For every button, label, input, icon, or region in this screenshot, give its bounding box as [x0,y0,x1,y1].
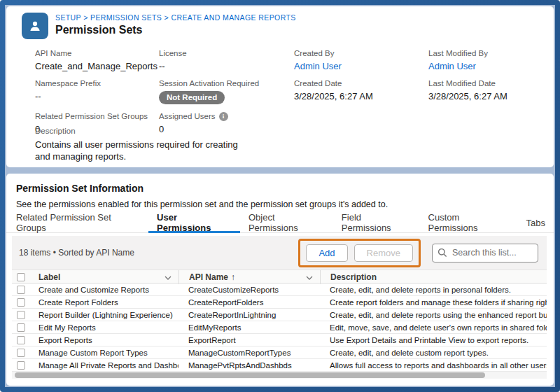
row-checkbox[interactable] [17,349,25,357]
list-summary: 18 items • Sorted by API Name [19,248,134,258]
tab-related-permission-set-groups[interactable]: Related Permission Set Groups [8,214,148,233]
list-view: 18 items • Sorted by API Name Add Remove [12,236,547,379]
table-row: Manage All Private Reports and Dashboard… [12,359,547,372]
column-header-text: API Name [189,272,228,282]
row-checkbox[interactable] [17,298,25,307]
tab-strip: Related Permission Set Groups User Permi… [6,214,554,233]
cell-api-name: ManageCustomReportTypes [178,349,320,357]
horizontal-scrollbar [12,372,547,379]
table-row: Create and Customize Reports CreateCusto… [12,284,547,296]
app-canvas: SETUP > PERMISSION SETS > CREATE AND MAN… [5,5,555,387]
field-value: 3/28/2025, 6:27 AM [294,91,428,102]
field-created-by: Created By Admin User [294,49,428,75]
permission-set-information-card: Permission Set Information See the permi… [6,174,554,386]
column-header-label[interactable]: Label [30,270,178,284]
field-value: -- [35,91,159,102]
page-title: Permission Sets [55,24,143,36]
field-label: Session Activation Required [159,79,294,88]
search-icon [438,248,447,260]
add-button[interactable]: Add [306,244,347,262]
breadcrumb[interactable]: SETUP > PERMISSION SETS > CREATE AND MAN… [55,13,296,22]
field-label: Last Modified Date [428,79,548,88]
cell-api-name: CreateReportFolders [178,298,320,307]
not-required-badge: Not Required [159,91,225,104]
cell-label: Export Reports [30,336,178,344]
cell-description: Create report folders and manage these f… [320,298,547,307]
row-checkbox[interactable] [17,361,25,370]
remove-button[interactable]: Remove [354,244,413,262]
cell-description: Create, edit, and delete reports in pers… [320,286,547,294]
cell-api-name: ManagePvtRptsAndDashbds [178,361,320,370]
field-label: Created Date [294,79,428,88]
cell-label: Create and Customize Reports [30,286,178,294]
field-value: 3/28/2025, 6:27 AM [428,91,548,102]
cell-label: Manage Custom Report Types [30,349,178,357]
cell-description: Allows full access to reports and dashbo… [320,361,547,370]
table-row: Edit My Reports EditMyReports Edit, move… [12,321,547,334]
record-header-card: SETUP > PERMISSION SETS > CREATE AND MAN… [6,6,554,167]
table-row: Export Reports ExportReport Use Export D… [12,334,547,346]
table-row: Create Report Folders CreateReportFolder… [12,296,547,309]
cell-label: Report Builder (Lightning Experience) [30,311,178,319]
last-modified-by-link[interactable]: Admin User [428,61,548,71]
cell-description: Create, edit, and delete reports using t… [320,311,547,319]
row-checkbox[interactable] [17,323,25,332]
field-label: Created By [294,49,428,58]
tab-custom-permissions[interactable]: Custom Permissions [420,214,518,233]
cell-api-name: ExportReport [178,336,320,344]
column-header-api-name[interactable]: API Name ↑ [178,270,320,284]
field-label: API Name [35,49,159,58]
column-header-description[interactable]: Description [320,270,547,284]
section-subtitle: See the permissions enabled for this per… [16,200,388,209]
field-value: Create_and_Manage_Reports [35,61,159,71]
row-checkbox[interactable] [17,336,25,344]
field-label: License [159,49,294,58]
table-row: Report Builder (Lightning Experience) Cr… [12,309,547,321]
field-last-modified-by: Last Modified By Admin User [428,49,548,75]
cell-api-name: CreateReportInLightning [178,311,320,319]
column-header-text: Description [330,272,377,282]
row-checkbox[interactable] [17,311,25,319]
info-icon[interactable]: i [219,112,228,121]
permission-set-icon [22,13,48,39]
cell-description: Create, edit, and delete custom report t… [320,349,547,357]
cell-description: Edit, move, save, and delete user's own … [320,323,547,332]
chevron-down-icon[interactable] [164,272,172,282]
tab-object-permissions[interactable]: Object Permissions [240,214,333,233]
cell-label: Create Report Folders [30,298,178,307]
field-value: Contains all user permissions required f… [35,139,245,162]
field-label: Namespace Prefix [35,79,159,88]
field-last-modified-date: Last Modified Date 3/28/2025, 6:27 AM [428,79,548,108]
tab-tabs[interactable]: Tabs [518,214,554,233]
select-all-checkbox[interactable] [17,273,25,281]
annotation-highlight-box: Add Remove [298,239,421,267]
field-created-date: Created Date 3/28/2025, 6:27 AM [294,79,428,108]
field-session-activation: Session Activation Required Not Required [159,79,294,108]
chevron-down-icon[interactable] [306,272,313,282]
screenshot-frame: SETUP > PERMISSION SETS > CREATE AND MAN… [0,0,560,392]
cell-description: Use Export Details and Printable View to… [320,336,547,344]
search-input[interactable] [432,244,538,262]
field-label: Description [35,127,245,136]
column-header-text: Label [38,272,60,282]
tab-field-permissions[interactable]: Field Permissions [333,214,420,233]
tab-user-permissions[interactable]: User Permissions [148,214,240,233]
field-api-name: API Name Create_and_Manage_Reports [35,49,159,75]
table-row: Manage Custom Report Types ManageCustomR… [12,346,547,359]
field-label: Last Modified By [428,49,548,58]
sort-ascending-icon: ↑ [231,272,235,282]
row-checkbox[interactable] [17,286,25,294]
section-title: Permission Set Information [16,183,144,194]
field-license: License -- [159,49,294,75]
list-toolbar: 18 items • Sorted by API Name Add Remove [12,236,547,270]
cell-api-name: EditMyReports [178,323,320,332]
field-description: Description Contains all user permission… [35,127,245,166]
cell-api-name: CreateCustomizeReports [178,286,320,294]
scrollbar-thumb[interactable] [15,372,485,378]
created-by-link[interactable]: Admin User [294,61,428,71]
field-namespace-prefix: Namespace Prefix -- [35,79,159,108]
search-box [432,244,538,262]
cell-label: Manage All Private Reports and Dashboard… [30,361,178,370]
table-header-row: Label API Name ↑ [12,270,547,284]
user-icon [27,18,43,34]
